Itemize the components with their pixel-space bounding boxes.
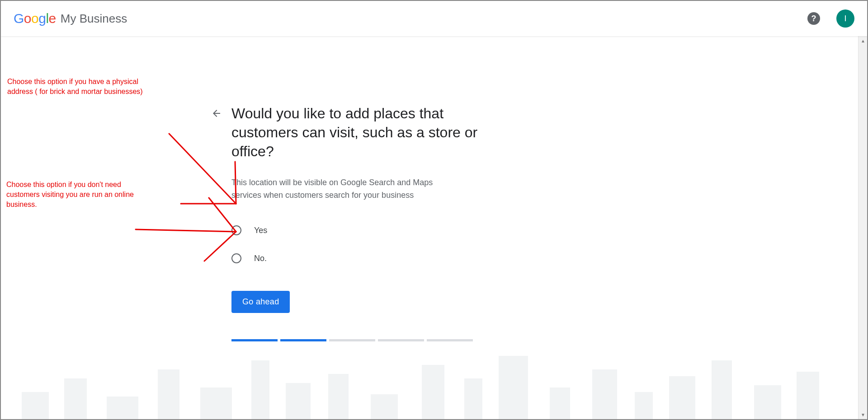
scroll-up-arrow-icon[interactable]: ▲ (859, 36, 868, 45)
skyline-illustration (5, 347, 856, 419)
main-region: Would you like to add places that custom… (1, 36, 867, 419)
question-subtitle: This location will be visible on Google … (231, 176, 458, 201)
progress-segment (280, 339, 326, 341)
svg-line-0 (169, 134, 236, 204)
progress-segment (231, 339, 278, 341)
radio-option-no[interactable]: No. (231, 249, 485, 267)
progress-segment (378, 339, 424, 341)
radio-icon (231, 225, 241, 235)
annotation-text-yes: Choose this option if you have a physica… (7, 77, 165, 97)
progress-stepper (231, 339, 485, 341)
product-name: My Business (61, 12, 127, 26)
google-logo: Google (14, 11, 56, 26)
back-button[interactable] (209, 106, 224, 121)
annotation-text-no: Choose this option if you don't need cus… (6, 180, 137, 210)
radio-group: Yes No. (231, 221, 485, 267)
radio-icon (231, 253, 241, 263)
progress-segment (329, 339, 375, 341)
app-header: Google My Business ? I (1, 1, 867, 36)
vertical-scrollbar[interactable]: ▲ ▼ (858, 36, 867, 419)
help-icon[interactable]: ? (807, 12, 820, 25)
google-my-business-logo: Google My Business (14, 11, 127, 26)
radio-label-yes: Yes (254, 226, 267, 235)
question-panel: Would you like to add places that custom… (231, 104, 485, 341)
account-avatar[interactable]: I (836, 9, 854, 28)
radio-label-no: No. (254, 254, 267, 263)
scroll-down-arrow-icon[interactable]: ▼ (859, 410, 868, 419)
go-ahead-button[interactable]: Go ahead (231, 291, 290, 313)
question-title: Would you like to add places that custom… (231, 104, 485, 161)
arrow-left-icon (211, 108, 222, 119)
svg-line-3 (136, 229, 236, 232)
radio-option-yes[interactable]: Yes (231, 221, 485, 239)
progress-segment (427, 339, 473, 341)
